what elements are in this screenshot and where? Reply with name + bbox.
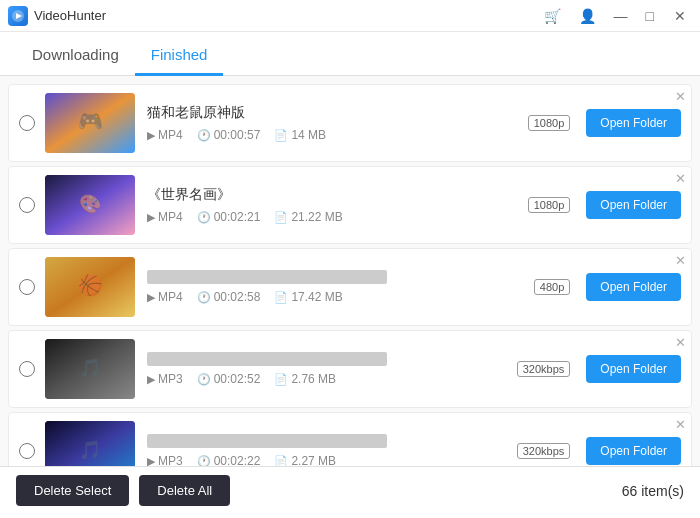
item-radio-5[interactable] <box>19 443 35 459</box>
item-title-blurred-4 <box>147 352 387 366</box>
thumbnail-2: 🎨 <box>45 175 135 235</box>
file-icon-5: 📄 <box>274 455 288 467</box>
badge-4: 320kbps <box>517 361 571 377</box>
minimize-icon[interactable]: □ <box>642 6 658 26</box>
format-4: ▶ MP3 <box>147 372 183 386</box>
clock-icon-5: 🕐 <box>197 455 211 467</box>
item-info-2: 《世界名画》 ▶ MP4 🕐 00:02:21 📄 21.22 MB <box>147 186 528 224</box>
format-1: ▶ MP4 <box>147 128 183 142</box>
item-info-1: 猫和老鼠原神版 ▶ MP4 🕐 00:00:57 📄 14 MB <box>147 104 528 142</box>
app-title: VideoHunter <box>34 8 106 23</box>
svg-text:🎵: 🎵 <box>79 357 102 379</box>
badge-3: 480p <box>534 279 570 295</box>
titlebar-left: VideoHunter <box>8 6 106 26</box>
clock-icon-3: 🕐 <box>197 291 211 304</box>
list-item: 🎮 猫和老鼠原神版 ▶ MP4 🕐 00:00:57 📄 14 MB <box>8 84 692 162</box>
footer-buttons: Delete Select Delete All <box>16 475 230 506</box>
format-icon-4: ▶ <box>147 373 155 386</box>
item-meta-3: ▶ MP4 🕐 00:02:58 📄 17.42 MB <box>147 290 534 304</box>
tab-finished[interactable]: Finished <box>135 36 224 76</box>
duration-3: 🕐 00:02:58 <box>197 290 261 304</box>
format-icon-2: ▶ <box>147 211 155 224</box>
open-folder-btn-1[interactable]: Open Folder <box>586 109 681 137</box>
clock-icon-4: 🕐 <box>197 373 211 386</box>
user-icon[interactable]: 👤 <box>575 6 600 26</box>
tab-downloading[interactable]: Downloading <box>16 36 135 76</box>
item-actions-5: 320kbps Open Folder <box>517 437 681 465</box>
item-radio-4[interactable] <box>19 361 35 377</box>
size-2: 📄 21.22 MB <box>274 210 342 224</box>
thumbnail-5: 🎵 <box>45 421 135 466</box>
svg-text:🎮: 🎮 <box>78 109 103 133</box>
item-radio-3[interactable] <box>19 279 35 295</box>
format-3: ▶ MP4 <box>147 290 183 304</box>
delete-all-button[interactable]: Delete All <box>139 475 230 506</box>
item-info-5: ▶ MP3 🕐 00:02:22 📄 2.27 MB <box>147 434 517 466</box>
item-meta-2: ▶ MP4 🕐 00:02:21 📄 21.22 MB <box>147 210 528 224</box>
badge-2: 1080p <box>528 197 571 213</box>
duration-4: 🕐 00:02:52 <box>197 372 261 386</box>
footer: Delete Select Delete All 66 item(s) <box>0 466 700 514</box>
open-folder-btn-2[interactable]: Open Folder <box>586 191 681 219</box>
duration-2: 🕐 00:02:21 <box>197 210 261 224</box>
size-3: 📄 17.42 MB <box>274 290 342 304</box>
format-icon-5: ▶ <box>147 455 155 467</box>
remove-item-2[interactable]: ✕ <box>675 172 686 185</box>
item-info-4: ▶ MP3 🕐 00:02:52 📄 2.76 MB <box>147 352 517 386</box>
item-actions-3: 480p Open Folder <box>534 273 681 301</box>
svg-text:🎨: 🎨 <box>79 193 102 215</box>
open-folder-btn-3[interactable]: Open Folder <box>586 273 681 301</box>
tabs-bar: Downloading Finished <box>0 32 700 76</box>
file-icon-3: 📄 <box>274 291 288 304</box>
items-list: 🎮 猫和老鼠原神版 ▶ MP4 🕐 00:00:57 📄 14 MB <box>0 76 700 466</box>
cart-icon[interactable]: 🛒 <box>540 6 565 26</box>
svg-text:🏀: 🏀 <box>78 273 103 297</box>
remove-item-4[interactable]: ✕ <box>675 336 686 349</box>
clock-icon-2: 🕐 <box>197 211 211 224</box>
format-5: ▶ MP3 <box>147 454 183 466</box>
size-4: 📄 2.76 MB <box>274 372 336 386</box>
delete-select-button[interactable]: Delete Select <box>16 475 129 506</box>
list-item: 🎨 《世界名画》 ▶ MP4 🕐 00:02:21 📄 21.22 MB <box>8 166 692 244</box>
list-item: 🎵 ▶ MP3 🕐 00:02:52 📄 2.76 MB <box>8 330 692 408</box>
item-meta-4: ▶ MP3 🕐 00:02:52 📄 2.76 MB <box>147 372 517 386</box>
item-title-blurred-5 <box>147 434 387 448</box>
format-2: ▶ MP4 <box>147 210 183 224</box>
remove-item-3[interactable]: ✕ <box>675 254 686 267</box>
item-radio-2[interactable] <box>19 197 35 213</box>
app-icon <box>8 6 28 26</box>
size-5: 📄 2.27 MB <box>274 454 336 466</box>
item-title-1: 猫和老鼠原神版 <box>147 104 467 122</box>
item-radio-1[interactable] <box>19 115 35 131</box>
close-icon[interactable]: ✕ <box>668 6 692 26</box>
file-icon-2: 📄 <box>274 211 288 224</box>
item-count: 66 item(s) <box>622 483 684 499</box>
item-title-2: 《世界名画》 <box>147 186 467 204</box>
list-item: 🎵 ▶ MP3 🕐 00:02:22 📄 2.27 MB <box>8 412 692 466</box>
open-folder-btn-5[interactable]: Open Folder <box>586 437 681 465</box>
duration-5: 🕐 00:02:22 <box>197 454 261 466</box>
item-actions-2: 1080p Open Folder <box>528 191 681 219</box>
titlebar-controls: 🛒 👤 — □ ✕ <box>540 6 692 26</box>
thumbnail-3: 🏀 <box>45 257 135 317</box>
item-actions-4: 320kbps Open Folder <box>517 355 681 383</box>
file-icon-1: 📄 <box>274 129 288 142</box>
remove-item-1[interactable]: ✕ <box>675 90 686 103</box>
badge-5: 320kbps <box>517 443 571 459</box>
remove-item-5[interactable]: ✕ <box>675 418 686 431</box>
clock-icon-1: 🕐 <box>197 129 211 142</box>
item-meta-1: ▶ MP4 🕐 00:00:57 📄 14 MB <box>147 128 528 142</box>
item-meta-5: ▶ MP3 🕐 00:02:22 📄 2.27 MB <box>147 454 517 466</box>
open-folder-btn-4[interactable]: Open Folder <box>586 355 681 383</box>
item-actions-1: 1080p Open Folder <box>528 109 681 137</box>
size-1: 📄 14 MB <box>274 128 326 142</box>
list-item: 🏀 ▶ MP4 🕐 00:02:58 📄 17.42 MB <box>8 248 692 326</box>
titlebar: VideoHunter 🛒 👤 — □ ✕ <box>0 0 700 32</box>
file-icon-4: 📄 <box>274 373 288 386</box>
menu-icon[interactable]: — <box>610 6 632 26</box>
svg-text:🎵: 🎵 <box>79 439 102 461</box>
format-icon-1: ▶ <box>147 129 155 142</box>
item-title-blurred-3 <box>147 270 387 284</box>
duration-1: 🕐 00:00:57 <box>197 128 261 142</box>
badge-1: 1080p <box>528 115 571 131</box>
